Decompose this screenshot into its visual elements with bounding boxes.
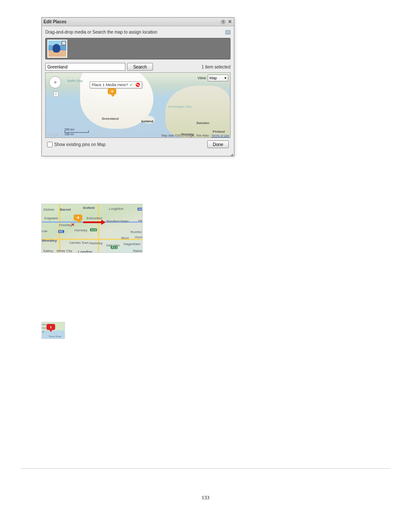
place-media-callout: Place 1 Media Here? ✔ (90, 81, 142, 88)
google-logo: Google (47, 133, 59, 137)
label-iceland: Iceland (141, 119, 153, 123)
label-london: London (78, 250, 92, 253)
label-toms-river: Toms River (49, 335, 62, 338)
search-input[interactable] (45, 63, 125, 71)
zoom-in-button[interactable]: + (53, 92, 59, 97)
view-value: Map (209, 76, 217, 80)
label-finchley: Finchley (59, 223, 72, 227)
search-button[interactable]: Search (127, 63, 153, 71)
page-separator (21, 468, 390, 469)
label-norwegian-sea: Norwegian Sea (168, 105, 192, 109)
dialog-title: Edit Places (44, 19, 66, 24)
label-sweden: Sweden (196, 121, 209, 125)
label-barnet: Barnet (60, 208, 71, 212)
edit-places-dialog: Edit Places ? ✕ Drag-and-drop media or S… (41, 17, 234, 156)
view-label: View: (197, 76, 207, 80)
label-romford: Romford (131, 230, 143, 234)
close-icon[interactable]: ✕ (227, 19, 232, 25)
label-greenland: Greenland (102, 117, 119, 121)
confirm-icon[interactable]: ✔ (130, 83, 134, 87)
label-edgware: Edgware (44, 216, 58, 220)
label-nton: nton (42, 327, 47, 329)
label-edmonton: Edmonton (87, 216, 102, 220)
label-dagenham: Dagenham (124, 242, 140, 246)
label-wembley: Wembley (42, 239, 57, 243)
label-enfield: Enfield (83, 206, 95, 210)
terms-link[interactable]: Terms of Use (212, 134, 229, 137)
map-pin[interactable]: ✥ (74, 215, 84, 223)
move-arrows-icon: ✥ (77, 216, 80, 220)
show-pins-label: Show existing pins on Map (54, 142, 106, 147)
cancel-icon[interactable] (136, 83, 140, 87)
small-map-snippet: own nton P Toms River 1 (41, 322, 65, 339)
resize-grip-icon[interactable]: ◢ (42, 153, 234, 156)
layout-toggle-icon[interactable] (225, 30, 230, 34)
page-number: 133 (41, 495, 370, 501)
label-hornsey: Hornsey (75, 228, 87, 232)
label-ealing: Ealing (44, 249, 53, 253)
label-whitecity: White City (56, 249, 72, 253)
show-pins-checkbox[interactable] (47, 142, 53, 147)
label-baffin-bay: Baffin Bay (67, 79, 83, 83)
scale-bar: 500 km 500 mi (65, 128, 89, 136)
badge-m25: M25 (137, 208, 143, 211)
map-pin[interactable]: ✥ (108, 88, 118, 97)
label-horn: Horn (135, 235, 142, 239)
label-rainh: Rainha (133, 249, 143, 253)
view-dropdown[interactable]: Map ▾ (208, 75, 228, 81)
move-arrows-icon: ✥ (111, 90, 114, 93)
label-finland: Finland (213, 130, 225, 134)
badge-a10: A10 (90, 228, 97, 231)
stack-badge-icon (62, 41, 66, 45)
dialog-titlebar[interactable]: Edit Places ? ✕ (42, 18, 234, 26)
done-button[interactable]: Done (207, 140, 229, 148)
label-ha: Ha (138, 219, 143, 223)
label-camden: Camden Town (69, 241, 89, 244)
label-ilford: Ilford (121, 236, 129, 240)
red-arrow-icon (83, 221, 104, 223)
map-canvas[interactable]: Baffin Bay Greenland Iceland Norwegian S… (45, 72, 230, 138)
media-thumbnail[interactable] (47, 40, 67, 58)
label-hackney: Hackney (89, 241, 103, 245)
badge-a13: A13 (111, 246, 118, 249)
pan-control[interactable]: ✥ (49, 76, 61, 88)
media-strip[interactable] (45, 38, 230, 59)
london-map-snippet: Elstree Barnet Enfield Loughton Edgware … (41, 204, 143, 253)
label-own: own (42, 323, 47, 326)
show-pins-row[interactable]: Show existing pins on Map (47, 142, 106, 147)
label-harrow: row (42, 229, 47, 233)
selection-status: 1 item selected (202, 65, 230, 69)
map-attribution: Map data ©2012 Google, Tele Atlas - Term… (162, 134, 229, 137)
instruction-text: Drag-and-drop media or Search the map to… (45, 30, 157, 34)
label-woodford: Woodford Green (106, 220, 129, 223)
help-icon[interactable]: ? (221, 19, 226, 25)
chevron-down-icon: ▾ (224, 76, 227, 80)
label-p: P (43, 331, 44, 333)
count-pin[interactable]: 1 (47, 324, 55, 330)
label-elstree: Elstree (44, 208, 54, 212)
badge-m1: M1 (58, 230, 64, 233)
callout-text: Place 1 Media Here? (92, 83, 128, 87)
label-loughton: Loughton (109, 207, 123, 211)
